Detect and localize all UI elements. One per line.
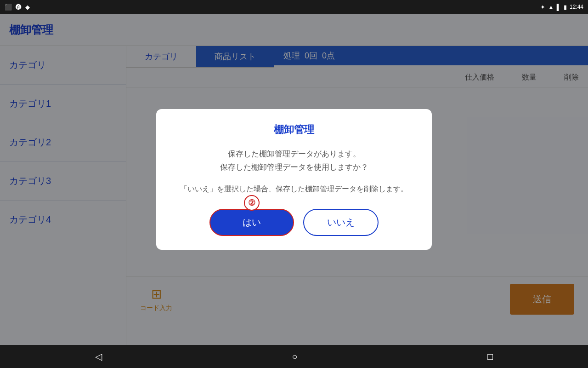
wifi-icon: ▲ [548, 4, 554, 11]
yes-button[interactable]: はい [209, 209, 294, 236]
app-container: 棚卸管理 カテゴリ カテゴリ1 カテゴリ2 カテゴリ3 カテゴリ4 [0, 14, 588, 345]
signal-icon: ▌ [557, 4, 561, 11]
clock: 12:44 [570, 4, 583, 10]
dialog: 棚卸管理 保存した棚卸管理データがあります。 保存した棚卸管理データを使用します… [156, 109, 432, 250]
home-button[interactable]: ○ [292, 351, 297, 362]
no-button[interactable]: いいえ [303, 209, 379, 236]
back-button[interactable]: ◁ [95, 351, 102, 362]
yes-button-wrapper: ② はい [209, 209, 294, 236]
status-bar-left: ⬛ 🅐 ◆ [5, 4, 30, 11]
modal-overlay: 棚卸管理 保存した棚卸管理データがあります。 保存した棚卸管理データを使用します… [0, 14, 588, 345]
app-icon-1: ⬛ [5, 4, 12, 11]
dialog-warning: 「いいえ」を選択した場合、保存した棚卸管理データを削除します。 [175, 183, 413, 195]
app-icon-2: 🅐 [16, 4, 22, 11]
battery-icon: ▮ [564, 4, 567, 11]
status-bar: ⬛ 🅐 ◆ ✦ ▲ ▌ ▮ 12:44 [0, 0, 588, 14]
dialog-buttons: ② はい いいえ [175, 209, 413, 236]
recent-button[interactable]: □ [487, 351, 493, 362]
dialog-title: 棚卸管理 [175, 123, 413, 137]
status-bar-right: ✦ ▲ ▌ ▮ 12:44 [540, 4, 583, 11]
nav-bar: ◁ ○ □ [0, 345, 588, 368]
bluetooth-icon: ✦ [540, 4, 545, 11]
annotation-number: ② [244, 195, 260, 211]
app-icon-3: ◆ [25, 4, 30, 11]
dialog-message: 保存した棚卸管理データがあります。 保存した棚卸管理データを使用しますか？ [175, 148, 413, 174]
